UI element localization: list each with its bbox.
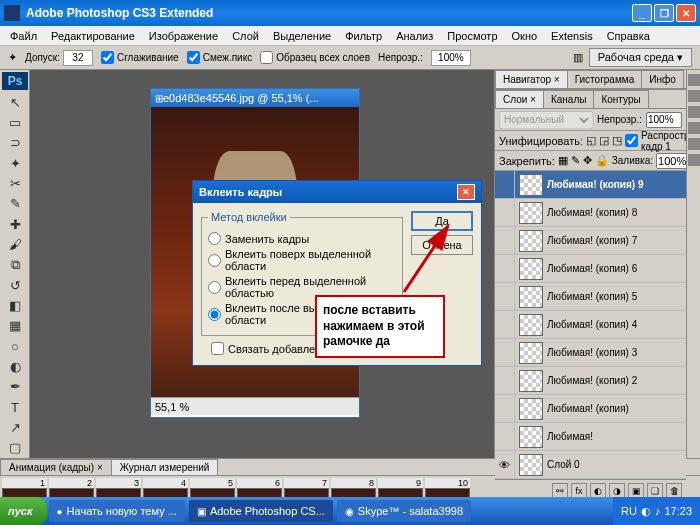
tab-measurement[interactable]: Журнал измерений	[111, 459, 219, 475]
gradient-tool[interactable]: ▦	[2, 317, 28, 335]
tray-icon[interactable]: ◐	[641, 505, 651, 518]
dock-icon[interactable]	[688, 106, 700, 118]
visibility-icon[interactable]	[495, 227, 515, 254]
minimize-button[interactable]: _	[632, 4, 652, 22]
workspace-button[interactable]: Рабочая среда ▾	[589, 48, 692, 67]
unify-icon[interactable]: ◲	[599, 134, 609, 147]
menu-layer[interactable]: Слой	[226, 28, 265, 44]
menu-window[interactable]: Окно	[506, 28, 544, 44]
type-tool[interactable]: T	[2, 398, 28, 416]
visibility-icon[interactable]	[495, 199, 515, 226]
tolerance-input[interactable]	[63, 50, 93, 66]
layer-row[interactable]: Любимая!	[495, 423, 686, 451]
lang-indicator[interactable]: RU	[621, 505, 637, 517]
visibility-icon[interactable]	[495, 255, 515, 282]
tab-animation[interactable]: Анимация (кадры) ×	[0, 459, 112, 475]
visibility-icon[interactable]	[495, 171, 515, 198]
layer-row[interactable]: Любимая! (копия) 7	[495, 227, 686, 255]
wand-tool[interactable]: ✦	[2, 154, 28, 172]
tab-navigator[interactable]: Навигатор ×	[495, 70, 568, 88]
move-tool[interactable]: ↖	[2, 93, 28, 111]
lock-paint-icon[interactable]: ✎	[571, 154, 580, 167]
eyedropper-tool[interactable]: ✎	[2, 195, 28, 213]
tab-histogram[interactable]: Гистограмма	[567, 70, 643, 88]
menu-extensis[interactable]: Extensis	[545, 28, 599, 44]
system-tray[interactable]: RU ◐ ♪ 17:23	[613, 497, 700, 525]
clock[interactable]: 17:23	[664, 505, 692, 517]
dodge-tool[interactable]: ◐	[2, 357, 28, 375]
lasso-tool[interactable]: ⊃	[2, 134, 28, 152]
lock-pixels-icon[interactable]: ▦	[558, 154, 568, 167]
dock-icon[interactable]	[688, 138, 700, 150]
menu-select[interactable]: Выделение	[267, 28, 337, 44]
start-button[interactable]: пуск	[0, 497, 47, 525]
brush-panel-icon[interactable]: ▥	[573, 51, 583, 64]
contiguous-check[interactable]: Смеж.пикс	[187, 51, 253, 64]
heal-tool[interactable]: ✚	[2, 215, 28, 233]
layer-opacity-input[interactable]	[646, 112, 682, 128]
dock-icon[interactable]	[688, 90, 700, 102]
close-button[interactable]: ✕	[676, 4, 696, 22]
pen-tool[interactable]: ✒	[2, 378, 28, 396]
unify-icon[interactable]: ◱	[586, 134, 596, 147]
path-tool[interactable]: ↗	[2, 418, 28, 436]
menu-filter[interactable]: Фильтр	[339, 28, 388, 44]
task-browser[interactable]: ● Начать новую тему ...	[49, 500, 185, 522]
opacity-input[interactable]	[431, 50, 471, 66]
all-layers-check[interactable]: Образец всех слоев	[260, 51, 370, 64]
visibility-icon[interactable]	[495, 311, 515, 338]
tab-info[interactable]: Инфо	[641, 70, 684, 88]
layer-row[interactable]: Любимая! (копия) 6	[495, 255, 686, 283]
radio-replace[interactable]: Заменить кадры	[208, 232, 396, 245]
menu-view[interactable]: Просмотр	[441, 28, 503, 44]
tray-icon[interactable]: ♪	[655, 505, 661, 517]
dock-icon[interactable]	[688, 154, 700, 166]
layer-row[interactable]: Любимая! (копия) 5	[495, 283, 686, 311]
lock-pos-icon[interactable]: ✥	[583, 154, 592, 167]
shape-tool[interactable]: ▢	[2, 439, 28, 457]
visibility-icon[interactable]	[495, 367, 515, 394]
visibility-icon[interactable]: 👁	[495, 451, 515, 478]
layer-row[interactable]: Любимая! (копия) 9	[495, 171, 686, 199]
dock-icon[interactable]	[688, 74, 700, 86]
document-title[interactable]: ⊞ e0d483e45546.jpg @ 55,1% (...	[151, 89, 359, 107]
layer-row[interactable]: Любимая! (копия) 4	[495, 311, 686, 339]
task-photoshop[interactable]: ▣ Adobe Photoshop CS...	[189, 500, 333, 522]
visibility-icon[interactable]	[495, 283, 515, 310]
radio-over[interactable]: Вклеить поверх выделенной области	[208, 248, 396, 272]
lock-all-icon[interactable]: 🔒	[595, 154, 609, 167]
tab-channels[interactable]: Каналы	[543, 90, 595, 108]
propagate-check[interactable]	[625, 134, 638, 147]
visibility-icon[interactable]	[495, 339, 515, 366]
antialias-check[interactable]: Сглаживание	[101, 51, 179, 64]
history-brush-tool[interactable]: ↺	[2, 276, 28, 294]
marquee-tool[interactable]: ▭	[2, 113, 28, 131]
dialog-close-icon[interactable]: ✕	[457, 184, 475, 200]
stamp-tool[interactable]: ⧉	[2, 256, 28, 274]
layer-list[interactable]: Любимая! (копия) 9Любимая! (копия) 8Люби…	[495, 171, 686, 479]
layer-row[interactable]: Любимая! (копия)	[495, 395, 686, 423]
task-skype[interactable]: ◉ Skype™ - salata3998	[337, 500, 471, 522]
menu-help[interactable]: Справка	[601, 28, 656, 44]
blur-tool[interactable]: ○	[2, 337, 28, 355]
menu-edit[interactable]: Редактирование	[45, 28, 141, 44]
layer-row[interactable]: Любимая! (копия) 8	[495, 199, 686, 227]
layer-row[interactable]: Любимая! (копия) 2	[495, 367, 686, 395]
unify-icon[interactable]: ◳	[612, 134, 622, 147]
menu-analysis[interactable]: Анализ	[390, 28, 439, 44]
dialog-title[interactable]: Вклеить кадры✕	[193, 181, 481, 203]
layer-row[interactable]: Любимая! (копия) 3	[495, 339, 686, 367]
tab-layers[interactable]: Слои ×	[495, 90, 544, 108]
menu-image[interactable]: Изображение	[143, 28, 224, 44]
tab-paths[interactable]: Контуры	[593, 90, 648, 108]
layer-row[interactable]: 👁Слой 0	[495, 451, 686, 479]
visibility-icon[interactable]	[495, 423, 515, 450]
eraser-tool[interactable]: ◧	[2, 296, 28, 314]
brush-tool[interactable]: 🖌	[2, 235, 28, 253]
visibility-icon[interactable]	[495, 395, 515, 422]
maximize-button[interactable]: ❐	[654, 4, 674, 22]
menu-file[interactable]: Файл	[4, 28, 43, 44]
dock-icon[interactable]	[688, 122, 700, 134]
blend-mode-select[interactable]: Нормальный	[499, 111, 593, 129]
crop-tool[interactable]: ✂	[2, 174, 28, 192]
